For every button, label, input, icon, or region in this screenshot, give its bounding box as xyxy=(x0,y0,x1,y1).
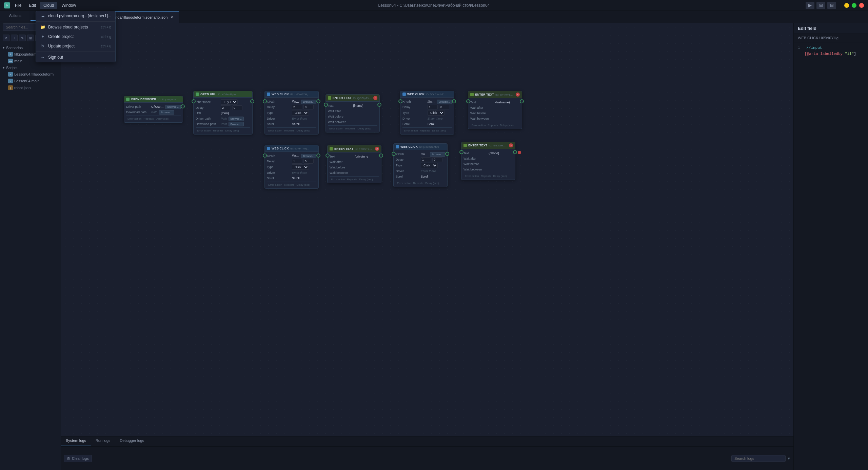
sidebar-btn-4[interactable]: ⊞ xyxy=(27,35,34,41)
connector-in-5[interactable] xyxy=(398,99,402,103)
node-close-4[interactable]: ✕ xyxy=(509,143,513,147)
connector-out-7[interactable] xyxy=(316,154,320,158)
sidebar-btn-3[interactable]: ✎ xyxy=(19,35,26,41)
node-enter-text-1[interactable]: ENTER TEXT ID: QGZbyEsMdr ✕ Text {fname}… xyxy=(326,94,380,132)
connector-out-6[interactable] xyxy=(520,99,524,103)
browse-btn-7[interactable]: Browse... xyxy=(301,154,316,158)
sidebar-btn-2[interactable]: + xyxy=(11,35,18,41)
browse-btn-3[interactable]: Browse... xyxy=(229,117,244,121)
error-row-2: Error action Repeats Delay (sec) xyxy=(196,128,250,133)
connector-out-2[interactable] xyxy=(250,99,254,103)
connector-out-10[interactable] xyxy=(513,150,517,154)
browse-btn-1[interactable]: Browse... xyxy=(165,105,181,109)
delay-input-4[interactable] xyxy=(303,105,314,109)
sidebar-item-lesson64-fill[interactable]: s Lesson64.fillgoogleform xyxy=(0,71,61,78)
connector-out-9[interactable] xyxy=(445,152,449,156)
menu-window[interactable]: Window xyxy=(58,2,79,9)
window-maximize[interactable] xyxy=(852,3,856,8)
create-project-item[interactable]: + Create project ctrl + g xyxy=(36,32,115,41)
sidebar-item-robot-json[interactable]: j robot.json xyxy=(0,84,61,91)
chevron-scenarios: ▾ xyxy=(3,45,5,50)
connector-in-10[interactable] xyxy=(459,150,463,154)
node-enter-text-3[interactable]: ENTER TEXT ID: 4TIeST7C4Ig ✕ Text {priva… xyxy=(327,145,381,183)
connector-in-8[interactable] xyxy=(326,154,330,158)
browse-btn-5[interactable]: Browse... xyxy=(301,100,316,104)
connector-in-3[interactable] xyxy=(263,99,267,103)
tab-close-2[interactable]: ✕ xyxy=(170,15,174,20)
connector-out-1[interactable] xyxy=(181,104,185,108)
menu-cloud[interactable]: Cloud xyxy=(40,2,57,9)
connector-out-8[interactable] xyxy=(379,154,383,158)
browse-btn-4[interactable]: Browse... xyxy=(229,122,244,126)
text-row-3: Text {private_e xyxy=(330,154,379,159)
type-select-3[interactable]: Click xyxy=(292,164,309,170)
connector-in-2[interactable] xyxy=(192,99,196,103)
browse-cloud-projects-item[interactable]: 📁 Browse cloud projects ctrl + b xyxy=(36,22,115,32)
url-row: URL {form} xyxy=(196,110,250,116)
connector-in-7[interactable] xyxy=(263,154,267,158)
scripts-group[interactable]: ▾ Scripts xyxy=(0,64,61,71)
connector-in-4[interactable] xyxy=(324,103,328,107)
canvas-area[interactable]: OPEN BROWSER ID: E-y-vegomr Driver path … xyxy=(61,23,793,436)
node-open-browser[interactable]: OPEN BROWSER ID: E-y-vegomr Driver path … xyxy=(124,96,183,123)
right-panel-title[interactable]: Edit field xyxy=(794,23,868,34)
node-enter-text-4[interactable]: ENTER TEXT ID: juIT3QHUMk ✕ Text {phone}… xyxy=(461,142,515,180)
node-web-click-1[interactable]: WEB CLICK ID: U05nl0YHg XPath //input[@a… xyxy=(264,91,319,135)
open-browser-header: OPEN BROWSER ID: E-y-vegomr xyxy=(124,96,183,103)
tab-system-logs[interactable]: System logs xyxy=(61,436,91,446)
node-close-3[interactable]: ✕ xyxy=(375,147,379,151)
delay-input-7[interactable] xyxy=(292,159,302,164)
file-icon-main: m xyxy=(8,59,13,63)
window-close[interactable] xyxy=(859,3,864,8)
delay-input-8[interactable] xyxy=(303,159,314,164)
code-line-1: 1 //input xyxy=(798,45,864,51)
connector-in-9[interactable] xyxy=(392,152,396,156)
connector-out-4[interactable] xyxy=(377,103,381,107)
menu-file[interactable]: File xyxy=(12,2,25,9)
connector-out-5[interactable] xyxy=(452,99,456,103)
node-web-click-4[interactable]: WEB CLICK ID: j7e8hU1Xt00 XPath //input[… xyxy=(393,143,448,187)
delay-input-3[interactable] xyxy=(292,105,302,109)
node-close-1[interactable]: ✕ xyxy=(373,96,377,100)
tab-actions[interactable]: Actions xyxy=(0,11,31,21)
delay-input-5[interactable] xyxy=(428,105,438,109)
clear-logs-button[interactable]: 🗑 Clear logs xyxy=(64,455,92,462)
wait-between-row-3: Wait between xyxy=(330,170,379,176)
sidebar-item-lesson64-main[interactable]: s Lesson64.main xyxy=(0,78,61,84)
browse-btn-6[interactable]: Browse... xyxy=(437,100,452,104)
type-select-4[interactable]: Click xyxy=(421,163,438,168)
bookmark-button[interactable]: ⊟ xyxy=(827,2,836,9)
node-close-2[interactable]: ✕ xyxy=(516,93,520,97)
menu-edit[interactable]: Edit xyxy=(25,2,39,9)
browse-btn-2[interactable]: Browse... xyxy=(159,110,174,115)
run-button[interactable]: ▶ xyxy=(806,2,814,9)
titlebar: R File Edit Cloud Window Lesson64 - C:\U… xyxy=(0,0,868,11)
tab-debugger-logs[interactable]: Debugger logs xyxy=(115,436,149,446)
delay-input-6[interactable] xyxy=(439,105,449,109)
cloud-current-item[interactable]: ☁ cloud.pythonrpa.org - [designer1]... xyxy=(36,11,115,21)
search-logs-input[interactable] xyxy=(731,455,786,462)
update-project-item[interactable]: ↻ Update project ctrl + u xyxy=(36,41,115,51)
type-select-1[interactable]: Click xyxy=(292,110,309,116)
tab-run-logs[interactable]: Run logs xyxy=(91,436,115,446)
node-web-click-3[interactable]: WEB CLICK ID: d0-tF_Yng... XPath //input… xyxy=(264,145,319,189)
connector-out-3[interactable] xyxy=(316,99,320,103)
delay-input-10[interactable] xyxy=(432,157,442,162)
chevron-scripts: ▾ xyxy=(3,65,5,70)
delay-input-2[interactable] xyxy=(232,105,242,110)
delay-input-1[interactable] xyxy=(221,105,231,110)
layout-button[interactable]: ⊞ xyxy=(816,2,825,9)
type-select-2[interactable]: Click xyxy=(428,110,445,116)
delay-input-9[interactable] xyxy=(421,157,431,162)
node-web-click-2[interactable]: WEB CLICK ID: 5Oc7KcfsZ XPath //input[@a… xyxy=(400,91,454,135)
window-minimize[interactable] xyxy=(844,3,849,8)
node-enter-text-2[interactable]: ENTER TEXT ID: d9RnW1T7p0 ✕ Text {lastna… xyxy=(468,91,522,129)
browse-btn-8[interactable]: Browse... xyxy=(430,152,445,157)
inheritance-select[interactable]: -E-y-ve... xyxy=(221,99,238,105)
node-open-url[interactable]: OPEN URL ID: YO4euBptuI Inheritance -E-y… xyxy=(193,91,253,135)
delay-row-6: Delay xyxy=(396,157,445,162)
error-connector[interactable] xyxy=(518,151,521,154)
sign-out-item[interactable]: → Sign out xyxy=(36,53,115,62)
connector-in-6[interactable] xyxy=(466,99,470,103)
sidebar-btn-1[interactable]: ↺ xyxy=(3,35,9,41)
